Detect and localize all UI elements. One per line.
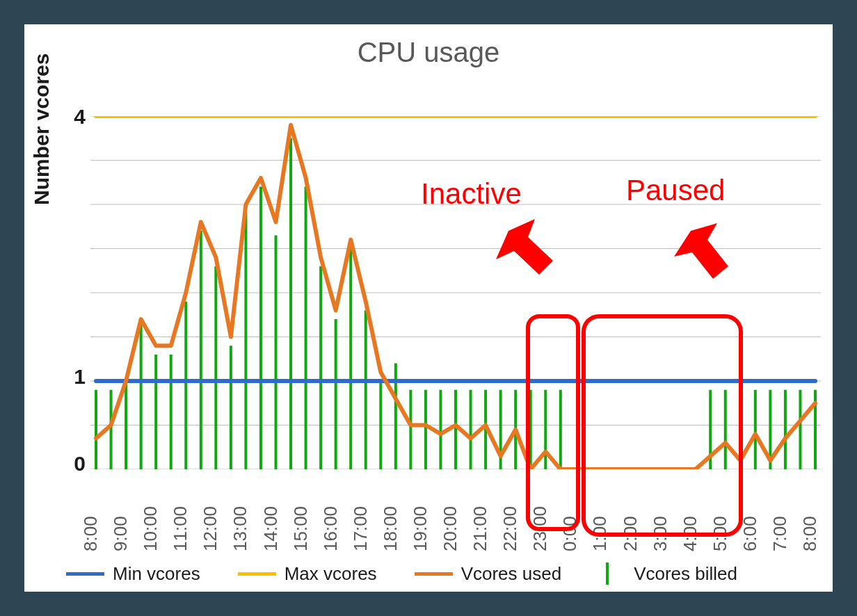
x-tick: 3:00 (650, 516, 671, 551)
x-tick: 18:00 (380, 506, 401, 551)
legend-label: Vcores used (461, 563, 562, 585)
legend-label: Max vcores (285, 563, 377, 585)
x-tick: 8:00 (80, 516, 102, 551)
x-tick: 7:00 (769, 516, 791, 551)
y-tick: 4 (58, 105, 86, 129)
x-tick: 20:00 (440, 506, 461, 551)
annotation-inactive: Inactive (421, 177, 522, 211)
x-axis-ticks: 8:009:0010:0011:0012:0013:0014:0015:0016… (90, 475, 821, 551)
x-tick: 11:00 (170, 506, 191, 551)
legend-swatch-min (66, 572, 104, 576)
y-axis-label: Number vcores (30, 54, 54, 205)
x-tick: 5:00 (710, 516, 731, 551)
legend-label: Vcores billed (634, 563, 737, 585)
plot-area (90, 116, 821, 469)
x-tick: 21:00 (470, 506, 491, 551)
x-tick: 14:00 (260, 506, 282, 551)
x-tick: 6:00 (739, 516, 761, 551)
x-tick: 15:00 (290, 506, 312, 551)
x-tick: 1:00 (589, 516, 611, 551)
legend-swatch-billed (606, 562, 609, 585)
x-tick: 9:00 (110, 516, 131, 551)
x-tick: 8:00 (799, 516, 821, 551)
x-tick: 23:00 (529, 506, 551, 551)
x-tick: 17:00 (350, 506, 371, 551)
legend-label: Min vcores (113, 563, 200, 585)
annotation-paused: Paused (626, 174, 725, 207)
x-tick: 13:00 (230, 506, 251, 551)
chart-panel: CPU usage Number vcores 4 1 0 8:009:0010… (24, 24, 833, 592)
x-tick: 4:00 (680, 516, 701, 551)
x-tick: 12:00 (200, 506, 221, 551)
y-tick: 0 (58, 452, 86, 476)
chart-title: CPU usage (24, 37, 833, 68)
x-tick: 22:00 (499, 506, 521, 551)
x-tick: 19:00 (410, 506, 431, 551)
legend-swatch-max (238, 572, 276, 576)
legend: Min vcores Max vcores Vcores used Vcores… (66, 560, 817, 587)
legend-swatch-used (415, 572, 453, 576)
x-tick: 2:00 (620, 516, 641, 551)
y-tick: 1 (58, 365, 86, 389)
x-tick: 10:00 (140, 506, 161, 551)
x-tick: 0:00 (559, 516, 581, 551)
x-tick: 16:00 (320, 506, 342, 551)
